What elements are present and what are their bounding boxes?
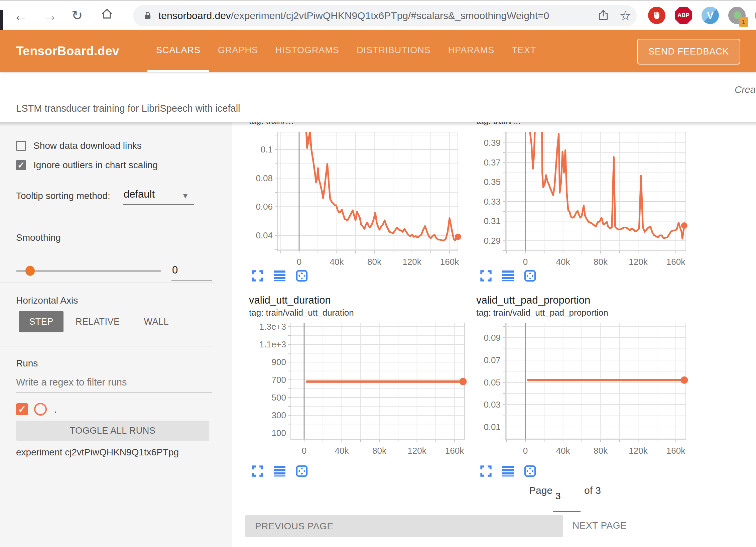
app-header: TensorBoard.dev SCALARS GRAPHS HISTOGRAM…	[0, 30, 756, 72]
url-host: tensorboard.dev	[158, 10, 231, 21]
svg-text:0: 0	[523, 257, 528, 267]
scalar-chart-valid-utt-duration[interactable]: 1003005007009001.1e+31.3e+3040k80k120k16…	[234, 318, 468, 468]
blocker-extension-icon[interactable]	[648, 6, 666, 24]
run-name: .	[54, 404, 57, 415]
reload-icon[interactable]: ↻	[72, 5, 83, 25]
page-of-label: of 3	[584, 485, 601, 496]
svg-text:160k: 160k	[440, 257, 459, 267]
send-feedback-button[interactable]: SEND FEEDBACK	[637, 39, 740, 65]
fullscreen-icon[interactable]	[480, 269, 492, 282]
svg-text:500: 500	[272, 393, 286, 403]
bookmark-star-icon[interactable]: ☆	[619, 9, 631, 22]
run-checkbox[interactable]: ✓	[16, 403, 28, 415]
fullscreen-icon[interactable]	[251, 269, 264, 282]
smoothing-value-underline	[171, 280, 212, 281]
ignore-outliers-checkbox[interactable]: ✓ Ignore outliers in chart scaling	[16, 160, 158, 171]
dropdown-underline	[123, 204, 194, 205]
svg-text:0: 0	[302, 446, 306, 456]
tab-text[interactable]: TEXT	[503, 30, 545, 72]
axis-relative-button[interactable]: RELATIVE	[64, 311, 132, 332]
address-bar[interactable]: tensorboard.dev/experiment/cj2vtPiwQHKN9…	[133, 5, 637, 26]
svg-text:1.3e+3: 1.3e+3	[259, 322, 286, 332]
smoothing-slider-track[interactable]	[16, 270, 161, 272]
toggle-all-runs-button[interactable]: TOGGLE ALL RUNS	[16, 421, 209, 441]
smoothing-label: Smoothing	[16, 232, 61, 243]
svg-text:40k: 40k	[556, 257, 571, 267]
tab-distributions[interactable]: DISTRIBUTIONS	[348, 30, 439, 72]
show-download-links-checkbox[interactable]: Show data download links	[16, 140, 142, 151]
tab-histograms[interactable]: HISTOGRAMS	[267, 30, 348, 72]
home-icon[interactable]	[100, 5, 114, 25]
scalar-chart-valid-utt-pad-proportion[interactable]: 0.010.030.050.070.09040k80k120k160k	[461, 318, 695, 468]
svg-text:0.06: 0.06	[256, 202, 273, 212]
svg-text:40k: 40k	[335, 446, 349, 456]
next-page-button[interactable]: NEXT PAGE	[573, 520, 627, 531]
svg-text:0: 0	[523, 446, 528, 456]
svg-text:0.37: 0.37	[484, 157, 501, 168]
checkbox-label: Ignore outliers in chart scaling	[33, 160, 158, 171]
forward-icon[interactable]: →	[43, 5, 57, 25]
fullscreen-icon[interactable]	[251, 465, 264, 477]
fit-domain-icon[interactable]	[295, 465, 308, 477]
runs-filter-input[interactable]	[16, 377, 212, 393]
runs-label: Runs	[16, 358, 38, 369]
profile-extension-icon[interactable]: 1	[728, 6, 746, 24]
scalar-chart-top-left[interactable]: 0.040.060.080.1040k80k120k160k	[234, 123, 465, 277]
log-scale-icon[interactable]	[502, 465, 514, 477]
scalar-chart-top-right[interactable]: 0.290.310.330.350.370.39040k80k120k160k	[461, 123, 699, 277]
v-extension-icon[interactable]: V	[701, 6, 719, 24]
extension-icons: ABP V 1	[648, 6, 756, 24]
svg-text:0.03: 0.03	[484, 400, 501, 410]
svg-text:100: 100	[272, 428, 286, 438]
window-edge	[0, 10, 3, 31]
chart-title: valid_utt_duration	[249, 294, 331, 306]
chart-toolbar	[480, 269, 536, 282]
svg-text:120k: 120k	[629, 446, 648, 456]
svg-text:160k: 160k	[666, 257, 685, 267]
tab-scalars[interactable]: SCALARS	[147, 30, 209, 72]
svg-text:120k: 120k	[629, 257, 648, 267]
svg-text:0.1: 0.1	[261, 144, 273, 154]
svg-text:0.29: 0.29	[484, 236, 501, 246]
fit-domain-icon[interactable]	[295, 269, 308, 282]
share-icon[interactable]	[597, 9, 609, 22]
checkbox-icon[interactable]	[16, 141, 26, 151]
svg-text:0.33: 0.33	[484, 197, 501, 207]
svg-text:80k: 80k	[594, 446, 608, 456]
tab-graphs[interactable]: GRAPHS	[209, 30, 267, 72]
back-icon[interactable]: ←	[13, 5, 28, 25]
chart-tag: tag: train/valid_utt_duration	[249, 308, 354, 318]
log-scale-icon[interactable]	[273, 269, 286, 282]
smoothing-value-input[interactable]: 0	[172, 264, 178, 276]
divider	[0, 283, 214, 283]
svg-text:120k: 120k	[407, 446, 426, 456]
run-color-swatch[interactable]	[34, 403, 47, 416]
axis-wall-button[interactable]: WALL	[132, 311, 181, 332]
brand-logo[interactable]: TensorBoard.dev	[16, 44, 136, 58]
chart-title: valid_utt_pad_proportion	[476, 294, 590, 306]
checkbox-icon[interactable]: ✓	[16, 160, 26, 170]
fullscreen-icon[interactable]	[480, 465, 492, 477]
svg-text:300: 300	[272, 410, 286, 420]
svg-text:0.08: 0.08	[256, 173, 273, 183]
log-scale-icon[interactable]	[502, 269, 514, 282]
abp-extension-icon[interactable]: ABP	[674, 6, 692, 24]
fit-domain-icon[interactable]	[524, 465, 536, 477]
page-number-input[interactable]: 3	[555, 491, 561, 502]
svg-text:0: 0	[297, 257, 301, 267]
experiment-id-text: experiment cj2vtPiwQHKN9Q1tx6PTpg	[16, 447, 179, 458]
axis-step-button[interactable]: STEP	[19, 311, 64, 332]
svg-text:160k: 160k	[666, 446, 685, 456]
svg-text:80k: 80k	[594, 257, 608, 267]
tooltip-sort-dropdown[interactable]: default	[124, 188, 155, 200]
cookie-icon[interactable]	[755, 6, 756, 24]
fit-domain-icon[interactable]	[524, 269, 536, 282]
tab-hparams[interactable]: HPARAMS	[439, 30, 503, 72]
divider	[0, 221, 214, 221]
smoothing-slider-thumb[interactable]	[25, 266, 35, 276]
experiment-title: LSTM transducer training for LibriSpeech…	[16, 103, 240, 114]
previous-page-button[interactable]: PREVIOUS PAGE	[245, 515, 563, 537]
created-text-clipped: Crea	[735, 84, 756, 95]
log-scale-icon[interactable]	[273, 465, 286, 477]
chevron-down-icon[interactable]: ▾	[183, 191, 187, 201]
